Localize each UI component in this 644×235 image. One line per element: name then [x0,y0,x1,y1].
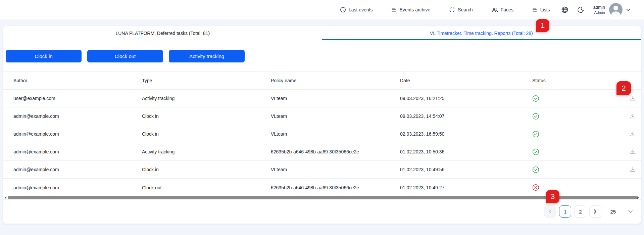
list-icon [391,7,397,12]
table-header-row: Author Type Policy name Date Status [3,72,641,90]
scroll-left-arrow-icon[interactable] [5,196,6,199]
status-success-icon [530,113,621,120]
row-type: Clock in [142,167,271,172]
download-icon[interactable] [630,131,636,137]
activity-tracking-button[interactable]: Activity tracking [169,50,245,62]
clock-out-button[interactable]: Clock out [87,50,163,62]
download-icon[interactable] [630,167,636,173]
moon-icon[interactable] [577,6,584,13]
row-author: admin@example.com [13,185,142,190]
page-2-button[interactable]: 2 [574,205,586,218]
scroll-right-arrow-icon[interactable] [637,196,639,199]
col-author: Author [13,78,142,83]
status-error-icon [530,184,621,191]
row-policy: VLteam [271,113,400,119]
user-info: admin Admin [593,5,605,15]
page-1-button[interactable]: 1 [559,205,571,218]
nav-lists[interactable]: Lists [532,7,550,12]
col-date: Date [400,78,530,83]
row-author: user@example.com [13,96,142,101]
row-type: Clock in [142,131,271,137]
row-date: 01.02.2023, 10:49:56 [400,167,530,172]
nav-events-archive-label: Events archive [399,7,430,12]
row-date: 09.03.2023, 14:54:07 [400,113,530,119]
nav-events-archive[interactable]: Events archive [391,7,430,12]
user-role: Admin [593,10,605,15]
table-row: admin@example.com Clock out 62635b2b-a64… [3,179,641,196]
row-policy: VLteam [271,167,400,172]
globe-icon[interactable] [561,6,568,13]
download-icon[interactable] [630,95,636,102]
pagination: 1 2 25 [541,205,633,218]
page-size-value[interactable]: 25 [610,209,616,215]
row-date: 01.02.2023, 10:50:36 [400,149,530,154]
horizontal-scrollbar [3,196,641,200]
tab-timetracker-reports[interactable]: VL Timetracker. Time tracking. Reports (… [322,26,641,40]
download-icon[interactable] [630,113,636,120]
nav-lists-label: Lists [540,7,550,12]
row-policy: 62635b2b-a646-498b-aa69-30f35066ce2e [271,149,400,154]
annotation-badge-1: 1 [536,19,549,32]
report-actions: Clock in Clock out Activity tracking [3,40,641,62]
status-success-icon [530,131,621,138]
user-name: admin [593,5,605,10]
page-size-chevron-down-icon[interactable] [628,210,633,213]
col-policy: Policy name [271,78,400,83]
next-page-button[interactable] [589,205,601,218]
reports-card: LUNA PLATFORM. Deferred tasks (Total: 81… [3,26,641,224]
scrollbar-thumb[interactable] [8,196,637,199]
row-policy: VLteam [271,96,400,101]
col-status: Status [530,78,621,83]
tab-deferred-tasks[interactable]: LUNA PLATFORM. Deferred tasks (Total: 81… [3,26,322,40]
people-icon [492,7,498,12]
row-type: Clock in [142,113,271,119]
prev-page-button[interactable] [544,205,556,218]
nav-last-events[interactable]: Last events [340,7,373,13]
status-success-icon [530,148,621,155]
row-date: 01.02.2023, 10:49:27 [400,185,530,190]
clock-in-button[interactable]: Clock in [6,50,82,62]
nav-search-label: Search [458,7,473,12]
download-icon[interactable] [630,149,636,155]
row-author: admin@example.com [13,131,142,137]
table-row: admin@example.com Clock in VLteam 02.03.… [3,125,641,143]
row-author: admin@example.com [13,149,142,154]
reports-table: Author Type Policy name Date Status user… [3,72,641,196]
row-date: 02.03.2023, 16:59:50 [400,131,530,137]
nav-faces-label: Faces [501,7,513,12]
row-type: Activity tracking [142,96,271,101]
tab-deferred-tasks-label: LUNA PLATFORM. Deferred tasks (Total: 81… [115,31,210,36]
status-success-icon [530,166,621,173]
clock-icon [340,7,346,13]
nav-faces[interactable]: Faces [492,7,513,12]
row-policy: 62635b2b-a646-498b-aa69-30f35066ce2e [271,185,400,190]
row-type: Activity tracking [142,149,271,154]
nav-last-events-label: Last events [349,7,373,12]
avatar[interactable] [609,3,623,16]
row-policy: VLteam [271,131,400,137]
col-type: Type [142,78,271,83]
status-success-icon [530,95,621,102]
scan-circle-icon [449,7,455,13]
table-row: admin@example.com Activity tracking 6263… [3,143,641,161]
table-row: admin@example.com Clock in VLteam 09.03.… [3,107,641,125]
table-row: admin@example.com Clock in VLteam 01.02.… [3,161,641,179]
tab-timetracker-reports-label: VL Timetracker. Time tracking. Reports (… [430,31,533,36]
row-author: admin@example.com [13,113,142,119]
nav-search[interactable]: Search [449,7,473,13]
list-icon [532,7,538,12]
table-row: user@example.com Activity tracking VLtea… [3,90,641,107]
row-type: Clock out [142,185,271,190]
top-navbar: Last events Events archive Search Faces … [0,0,644,19]
annotation-badge-2: 2 [616,81,631,95]
row-date: 09.03.2023, 16:21:25 [400,96,530,101]
row-author: admin@example.com [13,167,142,172]
annotation-badge-3: 3 [546,190,559,203]
user-menu-chevron-down-icon[interactable] [626,8,631,11]
